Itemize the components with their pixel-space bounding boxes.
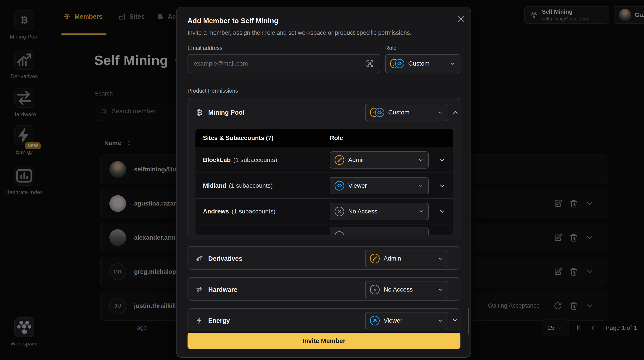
product-role-value: Viewer — [384, 317, 433, 324]
product-card-energy: Energy Viewer — [188, 308, 460, 330]
energy-bolt-icon — [196, 317, 203, 324]
chevron-down-icon — [437, 109, 444, 116]
chevron-up-icon[interactable] — [451, 108, 459, 116]
chevron-down-icon[interactable] — [438, 208, 446, 215]
chevron-down-icon — [437, 318, 444, 324]
sites-subaccounts-header: Sites & Subaccounts (7) — [203, 134, 330, 142]
product-card-hardware: Hardware No Access — [188, 277, 460, 301]
chevron-down-icon — [450, 60, 456, 67]
hardware-arrows-icon — [196, 286, 203, 294]
role-select-value: Custom — [408, 60, 446, 67]
chevron-down-icon — [418, 183, 424, 189]
chevron-down-icon[interactable] — [451, 316, 459, 324]
subaccount-role-value: No Access — [348, 208, 414, 215]
subaccounts-table: Sites & Subaccounts (7) Role BlockLab(1 … — [196, 129, 454, 234]
custom-role-icon — [375, 108, 384, 117]
modal-title: Add Member to Self Mining — [188, 17, 278, 25]
subaccount-role-value: Viewer — [348, 182, 414, 189]
viewer-role-icon — [334, 181, 344, 190]
product-role-select[interactable]: Admin — [365, 250, 448, 267]
subaccount-role-value: Admin — [348, 156, 414, 164]
chevron-down-icon — [437, 256, 444, 262]
role-select[interactable]: Custom — [385, 54, 460, 73]
chevron-down-icon — [418, 208, 424, 214]
product-name: Derivatives — [208, 255, 242, 262]
admin-role-icon — [334, 155, 344, 165]
derivatives-chart-icon — [196, 254, 203, 262]
chevron-down-icon[interactable] — [438, 156, 446, 164]
product-role-value: No Access — [384, 286, 433, 293]
product-header: ₿ Mining Pool — [196, 107, 244, 118]
product-role-select[interactable]: Viewer — [365, 312, 448, 329]
subaccount-role-select[interactable]: No Access — [330, 203, 429, 220]
app-root: ₿ Mining Pool Derivatives Hardware NEW E… — [0, 0, 644, 360]
role-column-header: Role — [330, 134, 343, 142]
subaccount-row-partial — [196, 224, 454, 234]
product-card-mining-pool: ₿ Mining Pool Custom Sites & Subaccounts… — [188, 98, 460, 240]
email-input[interactable] — [194, 60, 365, 67]
permissions-scroll-area: ₿ Mining Pool Custom Sites & Subaccounts… — [188, 94, 460, 330]
noaccess-role-icon — [334, 207, 344, 216]
product-role-value: Custom — [388, 109, 433, 116]
email-field — [188, 54, 380, 73]
product-header: Energy — [196, 315, 230, 326]
noaccess-role-icon — [334, 231, 344, 234]
noaccess-role-icon — [370, 285, 380, 294]
subaccount-row: Andrews(1 subaccounts) No Access — [196, 198, 454, 224]
product-header: Hardware — [196, 284, 237, 295]
subaccount-row: Midland(1 subaccounts) Viewer — [196, 172, 454, 198]
chevron-down-icon — [437, 286, 444, 293]
product-role-select[interactable]: No Access — [365, 281, 448, 298]
email-label: Email address — [188, 45, 222, 51]
product-card-derivatives: Derivatives Admin — [188, 246, 460, 270]
product-header: Derivatives — [196, 253, 242, 264]
admin-role-icon — [370, 254, 380, 264]
subaccount-role-select[interactable]: Admin — [330, 152, 429, 168]
product-permissions-label: Product Permissions — [188, 88, 238, 94]
subaccount-name: Andrews(1 subaccounts) — [203, 208, 330, 215]
subaccount-name: Midland(1 subaccounts) — [203, 182, 330, 189]
subaccount-row: BlockLab(1 subaccounts) Admin — [196, 147, 454, 172]
product-role-select[interactable]: Custom — [365, 104, 448, 121]
product-name: Energy — [208, 317, 230, 324]
custom-role-icon — [390, 59, 404, 68]
chevron-down-icon[interactable] — [438, 182, 446, 190]
custom-role-icon — [395, 59, 404, 68]
product-name: Mining Pool — [208, 109, 244, 116]
bitcoin-icon: ₿ — [196, 108, 203, 116]
chevron-down-icon — [418, 157, 424, 163]
subaccount-role-select[interactable]: Viewer — [330, 177, 429, 194]
close-icon[interactable] — [456, 14, 466, 24]
custom-role-icon — [370, 108, 384, 117]
modal-subtitle: Invite a member, assign their role and s… — [188, 30, 411, 36]
subaccount-role-select[interactable] — [330, 228, 429, 234]
role-label: Role — [385, 45, 396, 51]
subaccount-name: BlockLab(1 subaccounts) — [203, 156, 330, 164]
invite-member-button[interactable]: Invite Member — [188, 333, 460, 349]
add-member-modal: Add Member to Self Mining Invite a membe… — [176, 6, 471, 358]
product-role-value: Admin — [384, 255, 433, 262]
subaccounts-table-header: Sites & Subaccounts (7) Role — [196, 129, 454, 147]
product-name: Hardware — [208, 286, 237, 293]
scan-user-icon[interactable] — [365, 59, 374, 68]
viewer-role-icon — [370, 316, 380, 326]
modal-scrollbar[interactable] — [468, 308, 469, 334]
